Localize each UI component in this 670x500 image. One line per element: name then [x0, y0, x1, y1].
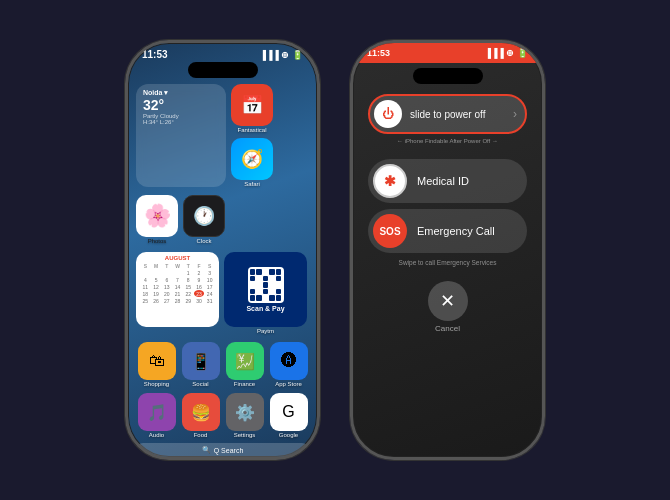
sos-emergency-label: Emergency Call — [417, 225, 495, 237]
social-label: Social — [192, 381, 208, 387]
dynamic-island — [188, 62, 258, 78]
weather-city: Noida ▾ — [143, 89, 219, 97]
fantastical-app-cell: 📅 Fantastical — [231, 84, 273, 133]
cal-dow: S — [204, 262, 215, 269]
sos-text: SOS — [379, 226, 400, 237]
safari-icon[interactable]: 🧭 — [231, 138, 273, 180]
photos-clock-row: 🌸 Photos 🕐 Clock — [128, 193, 317, 246]
paytm-qr-code — [248, 267, 284, 303]
sos-emergency-row[interactable]: SOS Emergency Call — [368, 209, 527, 253]
top-right-apps: 📅 Fantastical 🧭 Safari — [231, 84, 273, 187]
clock-icon[interactable]: 🕐 — [183, 195, 225, 237]
shopping-icon[interactable]: 🛍 — [138, 342, 176, 380]
appstore-cell: 🅐 App Store — [268, 342, 309, 387]
cal-day: 12 — [151, 283, 162, 290]
photos-label: Photos — [148, 238, 167, 244]
calendar-paytm-row: AUGUST S M T W T F S 1 2 3 4 5 6 7 8 — [128, 250, 317, 336]
cal-day: 21 — [172, 290, 183, 297]
weather-range: H:34° L:26° — [143, 119, 219, 125]
cal-day: 30 — [194, 297, 205, 304]
cal-dow: T — [161, 262, 172, 269]
search-icon: 🔍 — [202, 446, 211, 454]
cal-day: 27 — [161, 297, 172, 304]
photos-icon[interactable]: 🌸 — [136, 195, 178, 237]
cal-day: 6 — [161, 276, 172, 283]
appstore-label: App Store — [275, 381, 302, 387]
settings-icon[interactable]: ⚙️ — [226, 393, 264, 431]
calendar-grid: S M T W T F S 1 2 3 4 5 6 7 8 9 10 — [140, 262, 215, 304]
cal-dow: W — [172, 262, 183, 269]
cal-day: 14 — [172, 283, 183, 290]
clock-label: Clock — [196, 238, 211, 244]
left-phone: 11:53 ▐▐▐ ⊕ 🔋 Noida ▾ 32° Partly Cloudy … — [125, 40, 320, 460]
paytm-app-label: Paytm — [257, 328, 274, 334]
cal-day — [140, 269, 151, 276]
search-bar[interactable]: 🔍 Q Search — [136, 443, 309, 457]
cal-dow: S — [140, 262, 151, 269]
status-icons: ▐▐▐ ⊕ 🔋 — [260, 50, 303, 60]
cal-day — [172, 269, 183, 276]
power-slider[interactable]: ⏻ slide to power off › — [368, 94, 527, 134]
calendar-widget[interactable]: AUGUST S M T W T F S 1 2 3 4 5 6 7 8 — [136, 252, 219, 327]
settings-cell: ⚙️ Settings — [224, 393, 265, 438]
cal-day: 2 — [194, 269, 205, 276]
cal-day: 15 — [183, 283, 194, 290]
cal-day: 7 — [172, 276, 183, 283]
medical-id-label: Medical ID — [417, 175, 469, 187]
cal-day: 1 — [183, 269, 194, 276]
social-icon[interactable]: 📱 — [182, 342, 220, 380]
search-label: Q Search — [214, 447, 244, 454]
paytm-app-cell: Scan & Pay Paytm — [224, 252, 307, 334]
widgets-row: Noida ▾ 32° Partly Cloudy H:34° L:26° 📅 … — [128, 82, 317, 189]
cal-day: 8 — [183, 276, 194, 283]
shopping-label: Shopping — [144, 381, 169, 387]
cal-dow: M — [151, 262, 162, 269]
fantastical-icon[interactable]: 📅 — [231, 84, 273, 126]
swipe-hint: Swipe to call Emergency Services — [368, 259, 527, 266]
cal-day: 24 — [204, 290, 215, 297]
audio-label: Audio — [149, 432, 164, 438]
social-cell: 📱 Social — [180, 342, 221, 387]
cal-day: 22 — [183, 290, 194, 297]
cancel-button[interactable]: ✕ — [428, 281, 468, 321]
cal-dow: F — [194, 262, 205, 269]
finance-cell: 💹 Finance — [224, 342, 265, 387]
cal-day: 3 — [204, 269, 215, 276]
cal-dow: T — [183, 262, 194, 269]
weather-widget[interactable]: Noida ▾ 32° Partly Cloudy H:34° L:26° — [136, 84, 226, 187]
cancel-icon: ✕ — [440, 290, 455, 312]
food-label: Food — [194, 432, 208, 438]
cal-day: 19 — [151, 290, 162, 297]
paytm-widget[interactable]: Scan & Pay — [224, 252, 307, 327]
cal-day: 17 — [204, 283, 215, 290]
audio-cell: 🎵 Audio — [136, 393, 177, 438]
food-icon[interactable]: 🍔 — [182, 393, 220, 431]
audio-icon[interactable]: 🎵 — [138, 393, 176, 431]
cal-day — [161, 269, 172, 276]
google-icon[interactable]: G — [270, 393, 308, 431]
status-time: 11:53 — [142, 49, 168, 60]
appstore-icon[interactable]: 🅐 — [270, 342, 308, 380]
medical-id-row[interactable]: ✱ Medical ID — [368, 159, 527, 203]
cal-day: 4 — [140, 276, 151, 283]
finance-icon[interactable]: 💹 — [226, 342, 264, 380]
cal-day: 31 — [204, 297, 215, 304]
cal-day: 20 — [161, 290, 172, 297]
cal-day: 10 — [204, 276, 215, 283]
findable-text: ← iPhone Findable After Power Off → — [368, 138, 527, 144]
cal-day — [151, 269, 162, 276]
right-status-icons: ▐▐▐ ⊕ 🔋 — [485, 48, 528, 58]
shopping-cell: 🛍 Shopping — [136, 342, 177, 387]
calendar-month: AUGUST — [140, 255, 215, 261]
cal-day-today: 23 — [194, 290, 205, 297]
right-dynamic-island — [413, 68, 483, 84]
slide-arrow-icon: › — [513, 107, 517, 121]
safari-label: Safari — [244, 181, 260, 187]
safari-app-cell: 🧭 Safari — [231, 138, 273, 187]
google-cell: G Google — [268, 393, 309, 438]
right-phone: 11:53 ▐▐▐ ⊕ 🔋 ⏻ slide to power off › ← i… — [350, 40, 545, 460]
cancel-label: Cancel — [353, 324, 542, 333]
cal-day: 16 — [194, 283, 205, 290]
paytm-label: Scan & Pay — [246, 305, 284, 312]
cal-day: 28 — [172, 297, 183, 304]
